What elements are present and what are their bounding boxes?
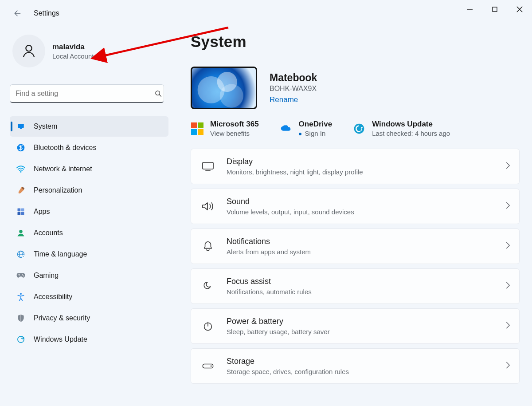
card-subtitle: Storage space, drives, configuration rul…: [227, 368, 349, 375]
settings-card-storage[interactable]: StorageStorage space, drives, configurat…: [191, 348, 520, 384]
chevron-right-icon: [506, 162, 510, 171]
card-title: Notifications: [227, 237, 311, 246]
settings-card-notifications[interactable]: NotificationsAlerts from apps and system: [191, 229, 520, 264]
display-icon: [201, 159, 215, 173]
card-title: Power & battery: [227, 317, 330, 326]
svg-point-19: [23, 276, 24, 276]
sidebar-item-apps[interactable]: Apps: [10, 201, 168, 222]
sidebar-item-label: Windows Update: [34, 335, 87, 343]
nav-list: SystemBluetooth & devicesNetwork & inter…: [10, 116, 168, 350]
device-section: Matebook BOHK-WAX9X Rename: [191, 67, 520, 109]
svg-rect-11: [18, 212, 21, 215]
update-icon: [16, 335, 26, 344]
search-icon: [154, 90, 162, 99]
card-title: Sound: [227, 197, 354, 206]
minimize-button[interactable]: [458, 0, 482, 19]
page-title: System: [191, 33, 520, 51]
focus-assist-icon: [201, 279, 215, 293]
close-button[interactable]: [507, 0, 532, 19]
chevron-right-icon: [506, 362, 510, 371]
account-name: malavida: [52, 43, 94, 51]
sidebar-item-shield[interactable]: Privacy & security: [10, 308, 168, 328]
settings-card-display[interactable]: DisplayMonitors, brightness, night light…: [191, 149, 520, 184]
sidebar-item-label: Time & language: [34, 250, 87, 258]
sidebar-item-update[interactable]: Windows Update: [10, 329, 168, 350]
sidebar-item-bluetooth[interactable]: Bluetooth & devices: [10, 138, 168, 158]
card-title: Focus assist: [227, 277, 312, 286]
device-thumbnail[interactable]: [191, 67, 257, 109]
svg-point-2: [26, 45, 31, 51]
chevron-right-icon: [506, 202, 510, 211]
system-icon: [16, 122, 26, 131]
search-container: [10, 84, 168, 103]
main-content: System Matebook BOHK-WAX9X Rename Micros…: [191, 33, 520, 406]
sidebar-item-wifi[interactable]: Network & internet: [10, 159, 168, 179]
device-model: BOHK-WAX9X: [270, 85, 317, 93]
account-subtitle: Local Account: [52, 52, 94, 60]
storage-icon: [201, 359, 215, 373]
card-title: Storage: [227, 357, 349, 366]
card-title: Display: [227, 157, 363, 166]
sidebar-item-brush[interactable]: Personalization: [10, 180, 168, 201]
service-subtitle: Last checked: 4 hours ago: [372, 130, 450, 137]
maximize-button[interactable]: [482, 0, 507, 19]
chevron-right-icon: [506, 282, 510, 291]
service-onedrive[interactable]: OneDrive Sign In: [279, 120, 332, 137]
card-subtitle: Sleep, battery usage, battery saver: [227, 328, 330, 335]
chevron-right-icon: [506, 242, 510, 251]
sidebar-item-accessibility[interactable]: Accessibility: [10, 287, 168, 307]
avatar: [12, 35, 45, 67]
card-subtitle: Monitors, brightness, night light, displ…: [227, 168, 363, 176]
service-title: OneDrive: [299, 120, 332, 129]
svg-point-28: [211, 366, 212, 367]
brush-icon: [16, 185, 26, 195]
service-microsoft-365[interactable]: Microsoft 365 View benefits: [191, 120, 259, 137]
back-button[interactable]: [12, 8, 22, 18]
card-subtitle: Alerts from apps and system: [227, 248, 311, 256]
service-subtitle: Sign In: [299, 130, 332, 137]
device-name: Matebook: [270, 72, 317, 84]
sidebar-item-globe[interactable]: Time & language: [10, 244, 168, 264]
gamepad-icon: [16, 271, 26, 280]
shield-icon: [16, 313, 26, 323]
close-icon: [516, 6, 523, 13]
minimize-icon: [467, 6, 473, 12]
app-title: Settings: [34, 9, 59, 17]
title-bar: Settings: [0, 0, 532, 27]
chevron-right-icon: [506, 322, 510, 331]
svg-rect-9: [18, 209, 21, 212]
service-windows-update[interactable]: Windows Update Last checked: 4 hours ago: [352, 120, 450, 137]
sidebar-item-label: System: [34, 122, 57, 130]
settings-card-list: DisplayMonitors, brightness, night light…: [191, 149, 520, 384]
svg-rect-5: [18, 124, 24, 128]
settings-card-power-battery[interactable]: Power & batterySleep, battery usage, bat…: [191, 308, 520, 344]
onedrive-icon: [279, 122, 293, 135]
sound-icon: [201, 199, 215, 213]
svg-rect-23: [203, 162, 213, 169]
services-row: Microsoft 365 View benefits OneDrive Sig…: [191, 120, 520, 137]
search-input[interactable]: [10, 84, 164, 103]
sidebar-item-gamepad[interactable]: Gaming: [10, 265, 168, 286]
sidebar-item-label: Bluetooth & devices: [34, 144, 96, 152]
svg-rect-10: [21, 209, 24, 212]
sidebar-item-label: Personalization: [34, 186, 82, 194]
apps-icon: [16, 207, 26, 217]
settings-card-focus-assist[interactable]: Focus assistNotifications, automatic rul…: [191, 268, 520, 304]
svg-point-18: [22, 274, 23, 275]
sidebar-item-system[interactable]: System: [10, 116, 168, 137]
service-subtitle: View benefits: [210, 130, 259, 137]
svg-point-8: [20, 171, 21, 173]
rename-link[interactable]: Rename: [270, 95, 298, 104]
sidebar-item-label: Gaming: [34, 272, 59, 280]
account-header[interactable]: malavida Local Account: [10, 33, 168, 75]
service-title: Windows Update: [372, 120, 450, 129]
settings-card-sound[interactable]: SoundVolume levels, output, input, sound…: [191, 189, 520, 224]
sidebar-item-label: Network & internet: [34, 165, 92, 173]
svg-line-4: [159, 95, 161, 96]
update-icon: [352, 122, 366, 135]
svg-point-20: [20, 293, 22, 295]
sidebar: malavida Local Account SystemBluetooth &…: [10, 33, 168, 350]
sidebar-item-label: Accounts: [34, 229, 63, 237]
wifi-icon: [16, 164, 26, 174]
sidebar-item-person[interactable]: Accounts: [10, 223, 168, 243]
